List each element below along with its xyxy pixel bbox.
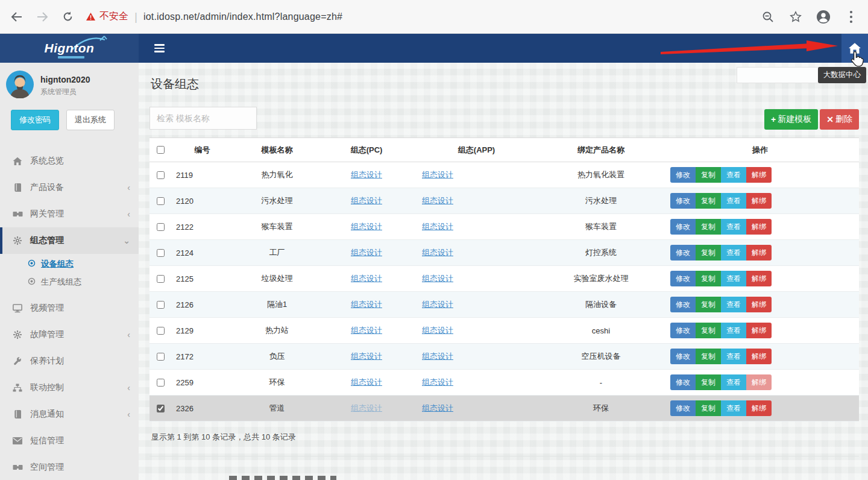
row-checkbox[interactable]: [157, 197, 165, 205]
action-unbind-button[interactable]: 解绑: [746, 297, 772, 312]
action-unbind-button[interactable]: 解绑: [746, 167, 772, 183]
action-view-button[interactable]: 查看: [721, 167, 746, 183]
action-unbind-button[interactable]: 解绑: [746, 219, 772, 235]
action-view-button[interactable]: 查看: [721, 193, 746, 209]
action-copy-button[interactable]: 复制: [696, 400, 721, 416]
action-unbind-button[interactable]: 解绑: [746, 245, 772, 261]
pc-config-link[interactable]: 组态设计: [351, 352, 382, 361]
pc-config-link[interactable]: 组态设计: [351, 248, 382, 257]
back-icon[interactable]: [10, 10, 24, 24]
action-view-button[interactable]: 查看: [721, 374, 746, 390]
user-avatar[interactable]: [6, 71, 34, 101]
sidebar-subitem-device-configuration[interactable]: 设备组态: [0, 255, 139, 273]
row-checkbox[interactable]: [157, 327, 165, 335]
pc-config-link[interactable]: 组态设计: [351, 170, 382, 179]
app-config-link[interactable]: 组态设计: [422, 377, 453, 387]
action-modify-button[interactable]: 修改: [670, 374, 696, 390]
action-modify-button[interactable]: 修改: [670, 271, 696, 286]
action-modify-button[interactable]: 修改: [670, 323, 696, 338]
app-config-link[interactable]: 组态设计: [422, 352, 453, 361]
action-modify-button[interactable]: 修改: [670, 167, 696, 183]
delete-button[interactable]: ✕ 删除: [820, 109, 859, 130]
action-view-button[interactable]: 查看: [721, 245, 746, 261]
sidebar-item-gateway-management[interactable]: 网关管理‹: [0, 201, 139, 227]
app-config-link[interactable]: 组态设计: [422, 196, 453, 205]
select-all-checkbox[interactable]: [157, 146, 165, 154]
new-template-button[interactable]: + 新建模板: [764, 109, 818, 130]
app-config-link[interactable]: 组态设计: [422, 170, 453, 179]
sidebar-item-sms-management[interactable]: 短信管理: [0, 428, 139, 454]
app-config-link[interactable]: 组态设计: [422, 300, 453, 309]
row-checkbox[interactable]: [157, 353, 165, 361]
sidebar-item-fault-management[interactable]: 故障管理‹: [0, 321, 139, 348]
sidebar-item-video-management[interactable]: 视频管理: [0, 295, 139, 321]
row-checkbox[interactable]: [157, 301, 165, 309]
sidebar-item-message-notification[interactable]: 消息通知‹: [0, 401, 139, 428]
row-checkbox[interactable]: [157, 405, 165, 412]
app-config-link[interactable]: 组态设计: [422, 326, 453, 335]
action-modify-button[interactable]: 修改: [670, 400, 696, 416]
action-copy-button[interactable]: 复制: [696, 271, 721, 286]
sidebar-item-system-overview[interactable]: 系统总览: [0, 148, 139, 174]
sidebar-item-configuration-management[interactable]: 组态管理⌄: [0, 227, 139, 254]
template-search-input[interactable]: [149, 107, 257, 130]
action-modify-button[interactable]: 修改: [670, 245, 696, 261]
action-unbind-button[interactable]: 解绑: [746, 271, 772, 286]
action-copy-button[interactable]: 复制: [696, 297, 721, 312]
menu-dots-icon[interactable]: [844, 10, 858, 24]
action-view-button[interactable]: 查看: [721, 297, 746, 312]
action-copy-button[interactable]: 复制: [696, 193, 721, 209]
action-unbind-button[interactable]: 解绑: [746, 193, 772, 209]
action-view-button[interactable]: 查看: [721, 271, 746, 286]
app-config-link[interactable]: 组态设计: [422, 403, 453, 412]
zoom-out-icon[interactable]: [761, 10, 775, 24]
sidebar-subitem-production-line-configuration[interactable]: 生产线组态: [0, 273, 139, 291]
home-button[interactable]: [841, 34, 868, 63]
action-modify-button[interactable]: 修改: [670, 193, 696, 209]
action-copy-button[interactable]: 复制: [696, 167, 721, 183]
row-checkbox[interactable]: [157, 379, 165, 387]
action-modify-button[interactable]: 修改: [670, 219, 696, 235]
action-modify-button[interactable]: 修改: [670, 297, 696, 312]
row-checkbox[interactable]: [157, 223, 165, 231]
pc-config-link[interactable]: 组态设计: [351, 274, 382, 283]
hamburger-menu-icon[interactable]: [151, 40, 168, 56]
row-checkbox[interactable]: [157, 275, 165, 283]
row-checkbox[interactable]: [157, 249, 165, 257]
logo[interactable]: Hignton: [0, 34, 139, 63]
action-copy-button[interactable]: 复制: [696, 323, 721, 338]
action-copy-button[interactable]: 复制: [696, 349, 721, 364]
logout-button[interactable]: 退出系统: [66, 110, 115, 130]
app-config-link[interactable]: 组态设计: [422, 248, 453, 257]
action-copy-button[interactable]: 复制: [696, 219, 721, 235]
security-warning[interactable]: 不安全: [86, 10, 128, 23]
bookmark-star-icon[interactable]: [788, 10, 803, 24]
action-view-button[interactable]: 查看: [721, 349, 746, 364]
address-bar[interactable]: 不安全 | iot.idosp.net/admin/index.html?lan…: [86, 10, 750, 24]
pc-config-link[interactable]: 组态设计: [351, 377, 382, 387]
action-modify-button[interactable]: 修改: [670, 349, 696, 364]
sidebar-item-product-device[interactable]: 产品设备‹: [0, 174, 139, 201]
action-unbind-button[interactable]: 解绑: [746, 400, 772, 416]
action-view-button[interactable]: 查看: [721, 219, 746, 235]
action-unbind-button[interactable]: 解绑: [746, 349, 772, 364]
pc-config-link[interactable]: 组态设计: [351, 196, 382, 205]
pc-config-link[interactable]: 组态设计: [351, 300, 382, 309]
pc-config-link[interactable]: 组态设计: [351, 403, 382, 412]
change-password-button[interactable]: 修改密码: [11, 110, 59, 130]
action-unbind-button[interactable]: 解绑: [746, 323, 772, 338]
reload-icon[interactable]: [60, 10, 75, 24]
action-view-button[interactable]: 查看: [721, 323, 746, 338]
app-config-link[interactable]: 组态设计: [422, 222, 453, 231]
sidebar-item-maintenance-plan[interactable]: 保养计划: [0, 348, 139, 374]
profile-avatar-icon[interactable]: [816, 10, 831, 24]
action-unbind-button[interactable]: 解绑: [746, 374, 772, 390]
pc-config-link[interactable]: 组态设计: [351, 222, 382, 231]
action-view-button[interactable]: 查看: [721, 400, 746, 416]
pc-config-link[interactable]: 组态设计: [351, 326, 382, 335]
sidebar-item-linkage-control[interactable]: 联动控制‹: [0, 374, 139, 401]
sidebar-item-space-management[interactable]: 空间管理: [0, 454, 139, 480]
action-copy-button[interactable]: 复制: [696, 245, 721, 261]
app-config-link[interactable]: 组态设计: [422, 274, 453, 283]
forward-icon[interactable]: [35, 10, 49, 24]
